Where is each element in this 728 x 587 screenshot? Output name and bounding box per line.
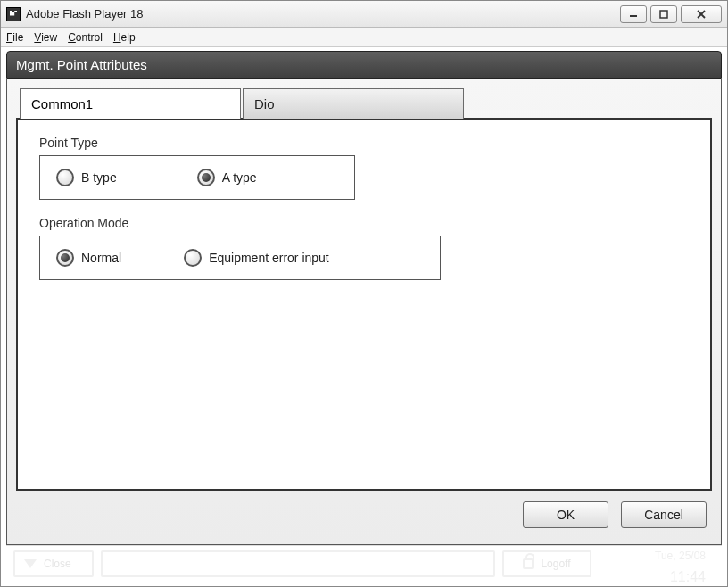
tab-dio[interactable]: Dio xyxy=(243,88,464,119)
status-date: Tue, 25/08 xyxy=(655,550,706,562)
radio-label: B type xyxy=(81,170,117,185)
lock-icon xyxy=(523,558,534,569)
operation-mode-label: Operation Mode xyxy=(39,216,689,230)
radio-normal[interactable]: Normal xyxy=(56,249,121,267)
status-time: 11:44 xyxy=(670,569,706,585)
status-datetime: Tue, 25/08 11:44 xyxy=(599,550,715,577)
close-window-button[interactable] xyxy=(681,5,722,23)
status-close-label: Close xyxy=(44,558,71,570)
tab-content: Point Type B type A type Operation Mode xyxy=(16,118,712,491)
point-type-group: B type A type xyxy=(39,155,355,200)
menu-view[interactable]: View xyxy=(34,31,57,44)
radio-equipment-error[interactable]: Equipment error input xyxy=(184,249,329,267)
ok-button[interactable]: OK xyxy=(523,501,608,528)
arrow-down-icon xyxy=(24,559,37,568)
maximize-button[interactable] xyxy=(650,5,677,23)
titlebar: Adobe Flash Player 18 xyxy=(1,1,727,28)
radio-b-type[interactable]: B type xyxy=(56,169,117,186)
status-logoff-button[interactable]: Logoff xyxy=(502,550,592,577)
close-icon xyxy=(696,10,707,19)
radio-label: Equipment error input xyxy=(209,251,329,265)
tab-common1[interactable]: Common1 xyxy=(20,88,241,119)
status-spacer xyxy=(101,550,495,577)
attributes-panel: Mgmt. Point Attributes Common1 Dio Point… xyxy=(6,51,722,545)
tab-label: Dio xyxy=(254,96,275,112)
svg-rect-1 xyxy=(660,11,667,18)
panel-inner: Common1 Dio Point Type B type xyxy=(6,79,722,545)
window-title: Adobe Flash Player 18 xyxy=(26,7,620,21)
status-logoff-label: Logoff xyxy=(541,558,570,570)
tabs: Common1 Dio xyxy=(20,87,712,118)
maximize-icon xyxy=(659,10,668,19)
operation-mode-group: Normal Equipment error input xyxy=(39,236,441,280)
radio-label: Normal xyxy=(81,251,121,265)
menu-control[interactable]: Control xyxy=(68,31,103,44)
radio-icon xyxy=(184,249,202,267)
status-close-button[interactable]: Close xyxy=(13,550,94,577)
window-controls xyxy=(620,5,722,23)
tab-label: Common1 xyxy=(31,96,93,112)
statusbar: Close Logoff Tue, 25/08 11:44 xyxy=(6,545,722,581)
radio-icon xyxy=(56,169,74,186)
minimize-icon xyxy=(629,10,638,19)
app-window: Adobe Flash Player 18 File View Control … xyxy=(0,0,728,587)
button-label: OK xyxy=(557,508,575,522)
radio-icon xyxy=(56,249,74,267)
minimize-button[interactable] xyxy=(620,5,647,23)
menu-file[interactable]: File xyxy=(6,31,23,44)
menu-help[interactable]: Help xyxy=(113,31,136,44)
flash-icon xyxy=(6,7,21,21)
button-label: Cancel xyxy=(644,508,683,522)
cancel-button[interactable]: Cancel xyxy=(621,501,707,528)
radio-a-type[interactable]: A type xyxy=(197,169,257,186)
app-body: Mgmt. Point Attributes Common1 Dio Point… xyxy=(1,47,727,586)
dialog-buttons: OK Cancel xyxy=(16,491,712,532)
menubar: File View Control Help xyxy=(1,28,727,47)
panel-title: Mgmt. Point Attributes xyxy=(6,51,722,79)
point-type-label: Point Type xyxy=(39,136,689,150)
radio-label: A type xyxy=(222,170,257,185)
radio-icon xyxy=(197,169,215,186)
